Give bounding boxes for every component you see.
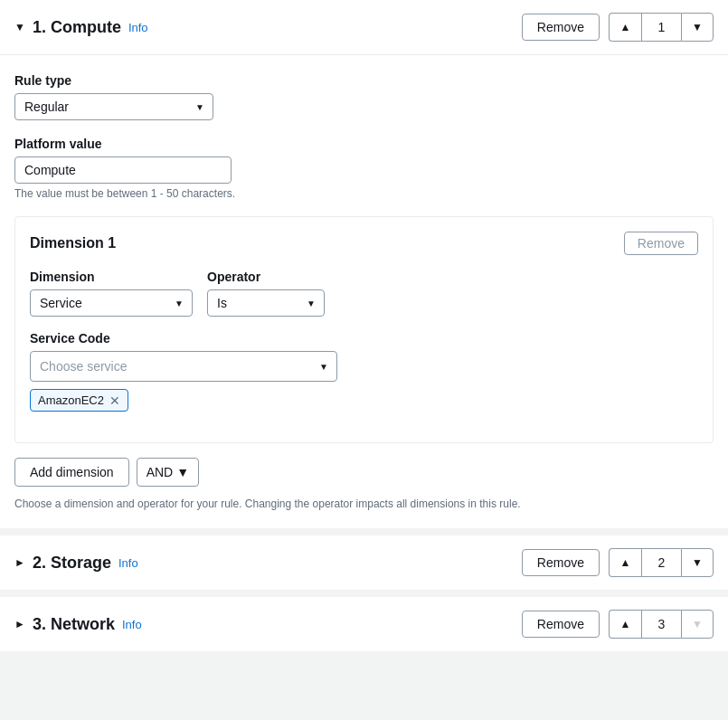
service-code-field: Service Code Choose service AmazonEC2 Am… — [30, 331, 698, 412]
network-section-header: ► 3. Network Info Remove ▲ 3 ▼ — [0, 597, 728, 651]
compute-header-left: ▼ 1. Compute Info — [14, 18, 522, 37]
network-down-button[interactable]: ▼ — [681, 610, 714, 639]
platform-value-label: Platform value — [14, 137, 714, 151]
dimension-1-header: Dimension 1 Remove — [30, 232, 698, 255]
network-section-title: 3. Network — [33, 615, 115, 634]
storage-nav-group: ▲ 2 ▼ — [609, 548, 714, 577]
service-code-select-wrapper: Choose service AmazonEC2 AmazonS3 ▼ — [30, 351, 337, 382]
and-label: AND — [147, 465, 174, 479]
compute-number: 1 — [641, 13, 681, 42]
compute-up-button[interactable]: ▲ — [609, 13, 641, 42]
storage-section-title: 2. Storage — [33, 554, 111, 573]
network-toggle-icon[interactable]: ► — [14, 618, 25, 630]
compute-toggle-icon[interactable]: ▼ — [14, 21, 25, 33]
dimension-1-title: Dimension 1 — [30, 235, 116, 251]
compute-section: ▼ 1. Compute Info Remove ▲ 1 ▼ Rule type… — [0, 0, 728, 528]
storage-up-button[interactable]: ▲ — [609, 548, 641, 577]
storage-header-left: ► 2. Storage Info — [14, 554, 522, 573]
network-number: 3 — [641, 610, 681, 639]
storage-section-header: ► 2. Storage Info Remove ▲ 2 ▼ — [0, 535, 728, 590]
storage-number: 2 — [641, 548, 681, 577]
network-nav-group: ▲ 3 ▼ — [609, 610, 714, 639]
operator-select-wrapper: Is Is not ▼ — [207, 289, 325, 317]
compute-section-content: Rule type Regular Inherited ▼ Platform v… — [0, 55, 728, 528]
and-arrow-icon: ▼ — [176, 465, 189, 479]
compute-nav-group: ▲ 1 ▼ — [609, 13, 714, 42]
dimension-1-section: Dimension 1 Remove Dimension Service Lin… — [14, 216, 714, 443]
dimension-fields-row: Dimension Service Linked Account Tag Usa… — [30, 270, 698, 317]
storage-toggle-icon[interactable]: ► — [14, 556, 25, 569]
rule-type-field: Rule type Regular Inherited ▼ — [14, 73, 714, 120]
add-dimension-row: Add dimension AND ▼ — [14, 458, 714, 487]
storage-remove-button[interactable]: Remove — [522, 549, 600, 576]
network-section: ► 3. Network Info Remove ▲ 3 ▼ — [0, 597, 728, 651]
operator-field: Operator Is Is not ▼ — [207, 270, 325, 317]
change-note: Choose a dimension and operator for your… — [14, 497, 714, 510]
dimension-select-wrapper: Service Linked Account Tag Usage Type ▼ — [30, 289, 193, 317]
operator-select[interactable]: Is Is not — [207, 289, 325, 317]
network-remove-button[interactable]: Remove — [522, 611, 600, 638]
rule-type-select[interactable]: Regular Inherited — [14, 93, 213, 120]
network-header-right: Remove ▲ 3 ▼ — [522, 610, 714, 639]
dimension-field: Dimension Service Linked Account Tag Usa… — [30, 270, 193, 317]
platform-value-field: Platform value The value must be between… — [14, 137, 714, 200]
network-header-left: ► 3. Network Info — [14, 615, 522, 634]
rule-type-select-wrapper: Regular Inherited ▼ — [14, 93, 213, 120]
compute-section-title: 1. Compute — [33, 18, 121, 37]
storage-info-link[interactable]: Info — [118, 556, 138, 570]
network-up-button[interactable]: ▲ — [609, 610, 641, 639]
tags-container: AmazonEC2 ✕ — [30, 389, 698, 412]
storage-header-right: Remove ▲ 2 ▼ — [522, 548, 714, 577]
tag-label: AmazonEC2 — [38, 393, 104, 407]
compute-info-link[interactable]: Info — [128, 21, 148, 34]
platform-value-input[interactable] — [14, 156, 232, 184]
platform-value-hint: The value must be between 1 - 50 charact… — [14, 187, 714, 200]
storage-down-button[interactable]: ▼ — [681, 548, 714, 577]
compute-down-button[interactable]: ▼ — [681, 13, 714, 42]
rule-type-label: Rule type — [14, 73, 714, 88]
tag-remove-icon[interactable]: ✕ — [109, 394, 120, 407]
dimension-select[interactable]: Service Linked Account Tag Usage Type — [30, 289, 193, 317]
network-info-link[interactable]: Info — [122, 618, 142, 631]
dimension-label: Dimension — [30, 270, 193, 284]
and-button[interactable]: AND ▼ — [137, 458, 199, 487]
dimension-1-remove-button[interactable]: Remove — [624, 232, 698, 255]
compute-header-right: Remove ▲ 1 ▼ — [522, 13, 714, 42]
operator-label: Operator — [207, 270, 325, 284]
service-code-select[interactable]: Choose service AmazonEC2 AmazonS3 — [30, 351, 337, 382]
compute-section-header: ▼ 1. Compute Info Remove ▲ 1 ▼ — [0, 0, 728, 55]
service-code-label: Service Code — [30, 331, 698, 346]
storage-section: ► 2. Storage Info Remove ▲ 2 ▼ — [0, 535, 728, 590]
compute-remove-button[interactable]: Remove — [522, 14, 600, 41]
add-dimension-button[interactable]: Add dimension — [14, 458, 129, 487]
amazonec2-tag: AmazonEC2 ✕ — [30, 389, 128, 412]
